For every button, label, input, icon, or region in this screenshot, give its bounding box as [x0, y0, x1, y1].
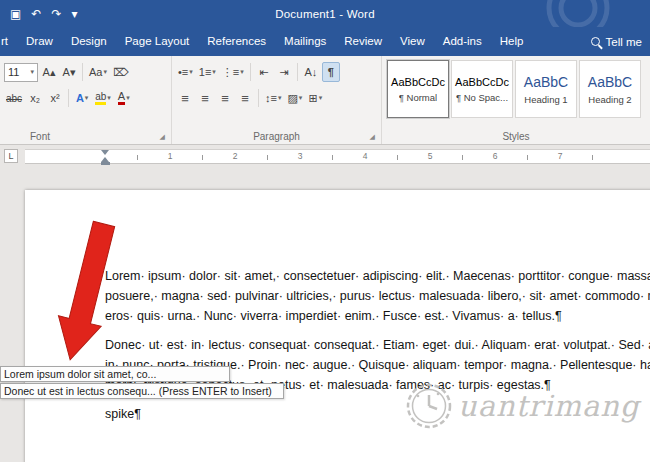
styles-group-label: Styles — [382, 131, 650, 142]
chevron-down-icon: ▾ — [103, 68, 107, 76]
tab-mailings[interactable]: Mailings — [275, 27, 335, 56]
tab-help[interactable]: Help — [491, 27, 533, 56]
ruler-tick — [267, 155, 268, 160]
ruler-tick — [527, 155, 528, 160]
change-case-icon: Aa — [89, 66, 102, 78]
align-right-icon: ≡ — [221, 91, 229, 106]
shrink-font-icon: A▾ — [63, 66, 76, 79]
shrink-font-button[interactable]: A▾ — [60, 62, 78, 82]
paragraph-dialog-launcher[interactable]: ◢ — [370, 133, 375, 141]
numbering-icon: 1≡ — [199, 66, 212, 78]
change-case-button[interactable]: Aa▾ — [87, 62, 109, 82]
text-effects-icon: A — [76, 92, 84, 104]
tab-draw[interactable]: Draw — [17, 27, 62, 56]
font-size-select[interactable]: 11 ▾ — [4, 63, 38, 82]
pilcrow-icon: ¶ — [328, 66, 334, 78]
clear-formatting-button[interactable]: ⌦ — [111, 62, 131, 82]
align-left-button[interactable]: ≡ — [176, 88, 194, 108]
redo-button[interactable]: ↷ — [51, 8, 61, 20]
highlight-button[interactable]: ab▾ — [93, 88, 113, 108]
paragraph[interactable]: spike¶ — [105, 404, 650, 424]
numbering-button[interactable]: 1≡▾ — [197, 62, 218, 82]
increase-indent-button[interactable]: ⇥ — [275, 62, 293, 82]
chevron-down-icon: ▾ — [30, 68, 34, 76]
style-heading-2[interactable]: AaBbC Heading 2 — [579, 60, 641, 118]
font-size-value: 11 — [8, 66, 19, 78]
decrease-indent-button[interactable]: ⇤ — [255, 62, 273, 82]
style-preview: AaBbCcDc — [391, 76, 445, 88]
bullets-icon: •≡ — [178, 66, 188, 78]
subscript-button[interactable]: x₂ — [26, 88, 44, 108]
chevron-down-icon: ▾ — [212, 68, 216, 76]
ruler-band[interactable]: 1 2 3 4 5 6 7 — [25, 149, 650, 164]
customize-quick-access-button[interactable]: ▾ — [71, 8, 77, 20]
autocomplete-tooltip-line1: Lorem ipsum dolor sit amet, co... — [0, 366, 230, 382]
save-icon: ▣ — [10, 7, 21, 21]
dialog-launcher-icon: ◢ — [370, 133, 375, 140]
style-preview: AaBbCcDc — [455, 76, 509, 88]
tab-design[interactable]: Design — [62, 27, 116, 56]
align-center-button[interactable]: ≡ — [196, 88, 214, 108]
ruler-tick — [397, 155, 398, 160]
style-normal[interactable]: AaBbCcDc ¶ Normal — [387, 60, 449, 118]
superscript-icon: x² — [51, 92, 60, 104]
font-dialog-launcher[interactable]: ◢ — [160, 133, 165, 141]
chevron-down-icon: ▾ — [189, 68, 193, 76]
align-justify-button[interactable]: ≡ — [236, 88, 254, 108]
grow-font-icon: A▴ — [43, 66, 56, 79]
chevron-down-icon: ▾ — [240, 68, 244, 76]
align-justify-icon: ≡ — [241, 91, 249, 106]
style-no-spacing[interactable]: AaBbCcDc ¶ No Spac... — [451, 60, 513, 118]
undo-icon: ↶ — [31, 7, 41, 21]
show-hide-formatting-button[interactable]: ¶ — [322, 62, 340, 82]
strikethrough-button[interactable]: abc — [4, 88, 24, 108]
superscript-button[interactable]: x² — [46, 88, 64, 108]
autocomplete-tooltip-line2: Donec ut est in lectus consequ... (Press… — [0, 383, 284, 399]
style-heading-1[interactable]: AaBbC Heading 1 — [515, 60, 577, 118]
ribbon: 11 ▾ A▴ A▾ Aa▾ ⌦ abc x₂ x² A▾ ab▾ A▾ Fon… — [0, 56, 650, 145]
ruler-tick — [462, 155, 463, 160]
shading-button[interactable]: ▨▾ — [285, 88, 304, 108]
ruler-tick — [332, 155, 333, 160]
style-label: Heading 1 — [524, 94, 567, 105]
chevron-down-icon: ▾ — [299, 94, 303, 102]
chevron-down-icon: ▾ — [278, 94, 282, 102]
tab-page-layout[interactable]: Page Layout — [116, 27, 199, 56]
paragraph[interactable]: Lorem· ipsum· dolor· sit· amet,· consect… — [105, 266, 650, 326]
paragraph-group-label: Paragraph — [172, 131, 381, 142]
text-effects-button[interactable]: A▾ — [73, 88, 91, 108]
style-preview: AaBbC — [524, 74, 568, 90]
page[interactable]: Lorem· ipsum· dolor· sit· amet,· consect… — [25, 190, 650, 462]
bullets-button[interactable]: •≡▾ — [176, 62, 195, 82]
tab-review[interactable]: Review — [335, 27, 391, 56]
multilevel-list-button[interactable]: ⋮≡▾ — [220, 62, 246, 82]
paragraph-group: •≡▾ 1≡▾ ⋮≡▾ ⇤ ⇥ A↓ ¶ ≡ ≡ ≡ ≡ ↕≡▾ ▨▾ ⊞▾ P… — [172, 56, 382, 144]
clear-formatting-icon: ⌦ — [113, 66, 129, 79]
borders-button[interactable]: ⊞▾ — [306, 88, 324, 108]
tab-references[interactable]: References — [198, 27, 275, 56]
first-line-indent-marker[interactable] — [101, 150, 109, 155]
grow-font-button[interactable]: A▴ — [40, 62, 58, 82]
style-label: ¶ No Spac... — [456, 92, 508, 103]
chevron-down-icon: ▾ — [107, 94, 111, 102]
document-text[interactable]: Lorem· ipsum· dolor· sit· amet,· consect… — [105, 266, 650, 433]
line-spacing-button[interactable]: ↕≡▾ — [263, 88, 283, 108]
font-color-button[interactable]: A▾ — [115, 88, 133, 108]
title-bar: ▣ ↶ ↷ ▾ Document1 - Word — [0, 0, 650, 27]
tab-insert-partial[interactable]: rt — [0, 27, 17, 56]
undo-button[interactable]: ↶ — [31, 8, 41, 20]
chevron-down-icon: ▾ — [85, 94, 89, 102]
tell-me-button[interactable]: Tell me — [591, 36, 650, 48]
ruler: L 1 2 3 4 5 6 7 — [0, 146, 650, 168]
left-indent-marker[interactable] — [101, 162, 110, 165]
ruler-number: 3 — [294, 151, 306, 161]
document-area: Lorem· ipsum· dolor· sit· amet,· consect… — [0, 168, 650, 462]
tab-selector-button[interactable]: L — [4, 149, 18, 163]
style-label: Heading 2 — [588, 94, 631, 105]
tab-view[interactable]: View — [391, 27, 434, 56]
tab-add-ins[interactable]: Add-ins — [434, 27, 491, 56]
save-button[interactable]: ▣ — [10, 8, 21, 20]
sort-button[interactable]: A↓ — [302, 62, 320, 82]
align-right-button[interactable]: ≡ — [216, 88, 234, 108]
decrease-indent-icon: ⇤ — [259, 66, 268, 79]
